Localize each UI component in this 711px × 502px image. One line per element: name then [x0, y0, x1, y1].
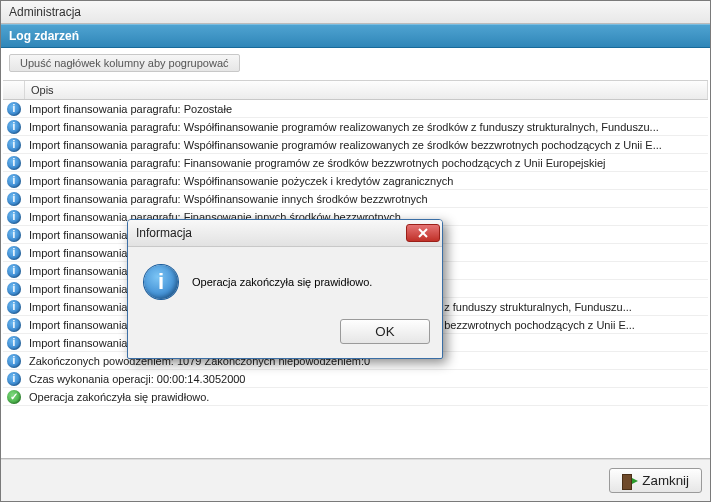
info-icon: i: [7, 264, 21, 278]
row-description: Operacja zakończyła się prawidłowo.: [25, 391, 708, 403]
footer-bar: Zamknij: [1, 459, 710, 501]
window-title: Administracja: [1, 1, 710, 24]
row-status-icon: i: [3, 138, 25, 152]
close-button-label: Zamknij: [642, 473, 689, 488]
row-status-icon: ✓: [3, 390, 25, 404]
info-icon: i: [7, 318, 21, 332]
info-icon: i: [7, 210, 21, 224]
table-row[interactable]: iImport finansowania paragrafu: Pozostał…: [3, 100, 708, 118]
table-row[interactable]: iImport finansowania paragrafu: Współfin…: [3, 190, 708, 208]
check-icon: ✓: [7, 390, 21, 404]
row-status-icon: i: [3, 120, 25, 134]
info-icon: i: [7, 174, 21, 188]
info-icon: i: [7, 354, 21, 368]
row-status-icon: i: [3, 210, 25, 224]
dialog-close-button[interactable]: [406, 224, 440, 242]
main-window: Administracja Log zdarzeń Upuść nagłówek…: [0, 0, 711, 502]
info-icon: i: [7, 300, 21, 314]
ok-button[interactable]: OK: [340, 319, 430, 344]
info-icon: i: [144, 265, 178, 299]
row-status-icon: i: [3, 354, 25, 368]
row-description: Import finansowania paragrafu: Współfina…: [25, 139, 708, 151]
info-icon: i: [7, 372, 21, 386]
table-row[interactable]: iImport finansowania paragrafu: Finansow…: [3, 154, 708, 172]
row-status-icon: i: [3, 264, 25, 278]
dialog-footer: OK: [128, 311, 442, 358]
info-icon: i: [7, 156, 21, 170]
info-icon: i: [7, 138, 21, 152]
table-row[interactable]: iImport finansowania paragrafu: Współfin…: [3, 172, 708, 190]
row-status-icon: i: [3, 102, 25, 116]
door-exit-icon: [622, 474, 636, 488]
ok-button-label: OK: [375, 324, 394, 339]
row-description: Import finansowania paragrafu: Współfina…: [25, 193, 708, 205]
info-icon: i: [7, 192, 21, 206]
row-status-icon: i: [3, 282, 25, 296]
row-status-icon: i: [3, 318, 25, 332]
row-status-icon: i: [3, 174, 25, 188]
info-icon: i: [7, 282, 21, 296]
row-status-icon: i: [3, 246, 25, 260]
dialog-message: Operacja zakończyła się prawidłowo.: [192, 276, 372, 288]
row-description: Import finansowania paragrafu: Współfina…: [25, 121, 708, 133]
info-dialog: Informacja i Operacja zakończyła się pra…: [127, 219, 443, 359]
row-description: Import finansowania paragrafu: Współfina…: [25, 175, 708, 187]
row-description: Czas wykonania operacji: 00:00:14.305200…: [25, 373, 708, 385]
close-icon: [418, 228, 428, 238]
info-icon: i: [7, 120, 21, 134]
column-header-icon[interactable]: [3, 81, 25, 99]
row-status-icon: i: [3, 192, 25, 206]
info-icon: i: [7, 228, 21, 242]
dialog-titlebar[interactable]: Informacja: [128, 220, 442, 247]
table-row[interactable]: iImport finansowania paragrafu: Współfin…: [3, 136, 708, 154]
row-status-icon: i: [3, 372, 25, 386]
close-button[interactable]: Zamknij: [609, 468, 702, 493]
dialog-body: i Operacja zakończyła się prawidłowo.: [128, 247, 442, 311]
group-by-hint[interactable]: Upuść nagłówek kolumny aby pogrupować: [9, 54, 240, 72]
info-icon: i: [7, 336, 21, 350]
row-status-icon: i: [3, 300, 25, 314]
column-headers: Opis: [3, 81, 708, 100]
dialog-title: Informacja: [136, 226, 192, 240]
table-row[interactable]: ✓Operacja zakończyła się prawidłowo.: [3, 388, 708, 406]
row-status-icon: i: [3, 156, 25, 170]
row-description: Import finansowania paragrafu: Pozostałe: [25, 103, 708, 115]
info-icon: i: [7, 102, 21, 116]
section-header: Log zdarzeń: [1, 24, 710, 48]
info-icon: i: [7, 246, 21, 260]
row-description: Import finansowania paragrafu: Finansowa…: [25, 157, 708, 169]
table-row[interactable]: iCzas wykonania operacji: 00:00:14.30520…: [3, 370, 708, 388]
row-status-icon: i: [3, 336, 25, 350]
column-header-desc[interactable]: Opis: [25, 81, 708, 99]
table-row[interactable]: iImport finansowania paragrafu: Współfin…: [3, 118, 708, 136]
row-status-icon: i: [3, 228, 25, 242]
